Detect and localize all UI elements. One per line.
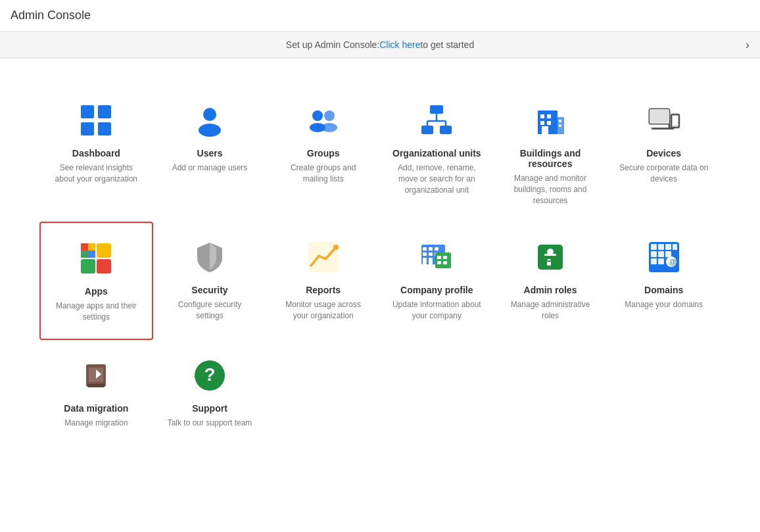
svg-rect-2 xyxy=(81,122,94,135)
svg-rect-62 xyxy=(651,244,657,250)
svg-rect-59 xyxy=(547,259,551,266)
dashboard-title: Dashboard xyxy=(72,148,120,158)
svg-rect-12 xyxy=(440,126,452,134)
svg-text:@: @ xyxy=(669,258,677,266)
empty-cell-4 xyxy=(380,340,494,445)
setup-banner: Set up Admin Console: Click here to get … xyxy=(0,32,760,59)
svg-rect-43 xyxy=(423,247,427,251)
svg-rect-3 xyxy=(98,122,111,135)
admin-roles-title: Admin roles xyxy=(524,285,577,295)
svg-rect-64 xyxy=(665,244,671,250)
security-desc: Configure security settings xyxy=(164,299,256,322)
svg-rect-24 xyxy=(559,120,561,122)
apps-title: Apps xyxy=(85,286,108,297)
cards-row-2: Apps Manage apps and their settings Secu… xyxy=(39,222,721,340)
top-bar: Admin Console xyxy=(0,0,760,32)
card-org-units[interactable]: Organizational units Add, remove, rename… xyxy=(380,85,494,222)
devices-title: Devices xyxy=(646,148,681,158)
svg-rect-11 xyxy=(421,126,433,134)
svg-text:?: ? xyxy=(204,364,215,385)
svg-rect-65 xyxy=(673,244,677,250)
card-company-profile[interactable]: Company profile Update information about… xyxy=(380,222,494,340)
dashboard-desc: See relevant insights about your organiz… xyxy=(50,162,143,185)
card-buildings[interactable]: Buildings and resources Manage and monit… xyxy=(494,85,607,222)
buildings-title: Buildings and resources xyxy=(504,148,597,169)
support-desc: Talk to our support team xyxy=(168,418,252,429)
banner-text: Set up Admin Console: xyxy=(286,39,379,50)
svg-rect-38 xyxy=(81,259,95,274)
banner-link[interactable]: Click here xyxy=(379,39,420,50)
security-title: Security xyxy=(191,285,227,295)
svg-rect-27 xyxy=(650,109,669,124)
svg-rect-49 xyxy=(423,258,427,264)
card-data-migration[interactable]: Data migration Manage migration xyxy=(39,340,153,445)
org-units-icon xyxy=(417,101,456,140)
org-units-desc: Add, remove, rename, move or search for … xyxy=(391,162,483,195)
svg-rect-1 xyxy=(98,105,111,118)
svg-rect-69 xyxy=(651,258,657,264)
data-migration-desc: Manage migration xyxy=(64,418,128,429)
card-users[interactable]: Users Add or manage users xyxy=(153,85,267,222)
svg-rect-34 xyxy=(88,243,95,251)
groups-desc: Create groups and mailing lists xyxy=(277,162,369,185)
buildings-desc: Manage and monitor buildings, rooms and … xyxy=(504,173,597,206)
svg-rect-60 xyxy=(546,260,552,262)
card-dashboard[interactable]: Dashboard See relevant insights about yo… xyxy=(39,85,153,222)
card-groups[interactable]: Groups Create groups and mailing lists xyxy=(266,85,380,222)
svg-rect-70 xyxy=(658,258,664,264)
svg-rect-31 xyxy=(673,116,678,125)
domains-icon: @ xyxy=(644,237,684,277)
svg-rect-18 xyxy=(540,114,544,118)
card-reports[interactable]: Reports Monitor usage across your organi… xyxy=(266,222,380,340)
reports-title: Reports xyxy=(306,285,341,295)
org-units-title: Organizational units xyxy=(392,148,481,158)
svg-rect-76 xyxy=(87,384,105,387)
svg-rect-20 xyxy=(540,121,544,125)
svg-rect-37 xyxy=(97,243,111,258)
card-support[interactable]: ? Support Talk to our support team xyxy=(153,340,267,445)
cards-row-1: Dashboard See relevant insights about yo… xyxy=(39,85,721,222)
svg-rect-50 xyxy=(429,258,433,264)
domains-desc: Manage your domains xyxy=(625,299,703,310)
app-title: Admin Console xyxy=(11,9,91,22)
card-domains[interactable]: @ Domains Manage your domains xyxy=(607,222,721,340)
svg-rect-67 xyxy=(658,251,664,257)
svg-point-9 xyxy=(321,123,337,132)
svg-rect-46 xyxy=(423,253,427,256)
svg-rect-45 xyxy=(435,247,439,251)
empty-cell-5 xyxy=(494,340,607,445)
svg-rect-29 xyxy=(652,128,674,130)
svg-point-58 xyxy=(547,249,554,255)
users-icon xyxy=(190,101,229,140)
svg-rect-33 xyxy=(81,243,88,251)
apps-icon xyxy=(76,239,116,278)
buildings-icon xyxy=(531,101,570,140)
svg-point-6 xyxy=(312,110,323,121)
svg-rect-39 xyxy=(97,259,111,274)
svg-rect-44 xyxy=(429,247,433,251)
svg-rect-22 xyxy=(542,126,548,134)
svg-rect-25 xyxy=(559,124,561,127)
devices-desc: Secure corporate data on devices xyxy=(617,162,710,185)
groups-icon xyxy=(304,101,343,140)
company-profile-icon xyxy=(417,237,456,277)
svg-rect-52 xyxy=(437,256,441,259)
svg-point-41 xyxy=(333,245,339,250)
banner-arrow-icon[interactable]: › xyxy=(746,38,749,52)
dashboard-icon xyxy=(76,101,116,140)
card-security[interactable]: Security Configure security settings xyxy=(153,222,267,340)
card-devices[interactable]: Devices Secure corporate data on devices xyxy=(607,85,721,222)
card-admin-roles[interactable]: Admin roles Manage administrative roles xyxy=(494,222,607,340)
svg-rect-0 xyxy=(81,105,94,118)
svg-point-8 xyxy=(324,110,335,121)
empty-cell-6 xyxy=(607,340,721,445)
svg-point-5 xyxy=(199,124,221,137)
users-title: Users xyxy=(197,148,223,158)
admin-roles-icon xyxy=(531,237,570,277)
card-apps[interactable]: Apps Manage apps and their settings xyxy=(39,222,153,340)
svg-rect-51 xyxy=(435,253,451,268)
svg-rect-53 xyxy=(443,256,447,259)
svg-rect-19 xyxy=(547,114,551,118)
empty-cell-3 xyxy=(266,340,380,445)
company-profile-title: Company profile xyxy=(400,285,473,295)
